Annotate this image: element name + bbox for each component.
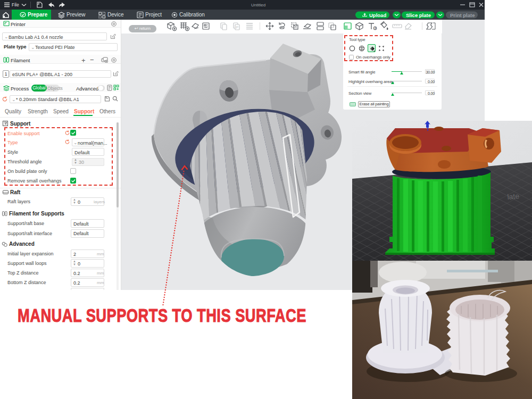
svg-text:Prepare: Prepare xyxy=(28,12,48,18)
svg-text:P: P xyxy=(236,26,239,29)
svg-text:Slice plate: Slice plate xyxy=(406,12,431,18)
svg-text:a: a xyxy=(375,26,377,30)
svg-text:Project: Project xyxy=(145,12,162,18)
svg-text:Print plate: Print plate xyxy=(450,12,475,18)
svg-text:Calibration: Calibration xyxy=(179,12,205,18)
svg-text:Untitled: Untitled xyxy=(251,3,265,7)
svg-text:File: File xyxy=(12,2,19,7)
svg-text:Preview: Preview xyxy=(66,12,86,18)
svg-text:Device: Device xyxy=(107,12,124,18)
svg-text:Upload: Upload xyxy=(369,12,386,18)
svg-text:late: late xyxy=(507,192,520,201)
